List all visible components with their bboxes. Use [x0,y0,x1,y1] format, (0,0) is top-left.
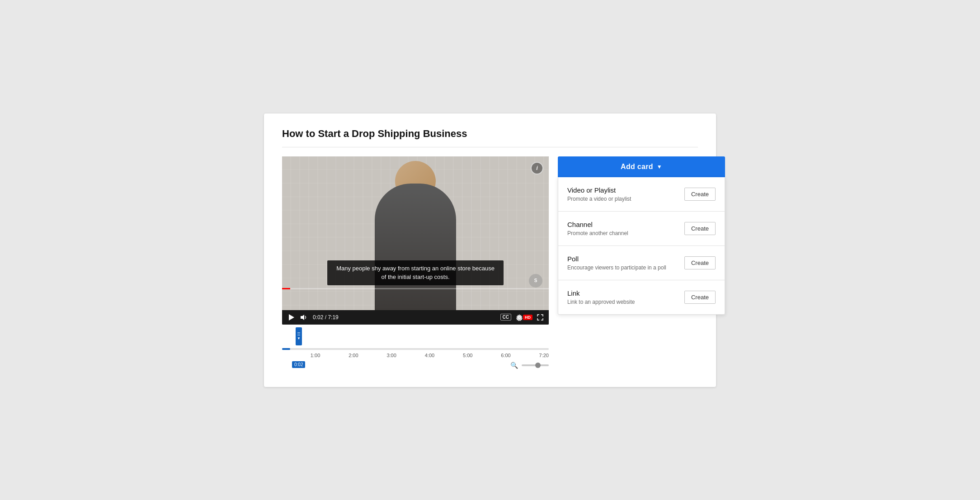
card-option-link: Link Link to an approved website Create [558,280,725,314]
cc-badge[interactable]: CC [500,314,511,321]
video-thumbnail[interactable]: i S Many people shy away from starting a… [282,156,549,310]
add-card-dropdown: Video or Playlist Promote a video or pla… [558,177,725,315]
add-card-chevron: ▼ [657,164,662,170]
person-silhouette [375,184,456,310]
thumb-arrow: ▼ [297,336,301,340]
card-option-video-playlist-title: Video or Playlist [567,186,679,194]
hd-badge: HD [523,315,532,320]
main-container: How to Start a Drop Shipping Business i … [264,113,716,387]
card-option-link-info: Link Link to an approved website [567,289,679,305]
card-option-poll: Poll Encourage viewers to participate in… [558,246,725,280]
video-wrapper: i S Many people shy away from starting a… [282,156,549,369]
video-progress-bar-overlay [282,288,549,289]
card-option-video-playlist-desc: Promote a video or playlist [567,196,679,202]
current-time-badge: 0:02 [292,361,305,368]
add-card-button-label: Add card [621,163,653,171]
controls-right: CC HD [500,314,543,321]
thumb-line-3 [297,335,300,335]
svg-marker-1 [301,315,304,320]
video-player[interactable]: i S Many people shy away from starting a… [282,156,549,325]
card-option-video-playlist: Video or Playlist Promote a video or pla… [558,177,725,212]
zoom-slider[interactable] [522,364,549,366]
page-title: How to Start a Drop Shipping Business [282,128,698,140]
create-channel-button[interactable]: Create [684,222,716,235]
title-divider [282,147,698,147]
create-link-button[interactable]: Create [684,291,716,304]
svg-marker-0 [289,314,294,321]
timeline-label-5: 5:00 [463,353,472,358]
card-option-poll-info: Poll Encourage viewers to participate in… [567,255,679,271]
settings-gear-icon[interactable] [516,314,523,321]
volume-button[interactable] [300,314,307,321]
zoom-icon: 🔍 [510,362,518,369]
timeline-bottom-row: 🔍 [282,362,549,369]
timeline-labels-row: 0:02 1:00 2:00 3:00 4:00 5:00 6:00 7:20 [282,353,549,358]
timeline-label-3: 3:00 [386,353,396,358]
timeline-bar[interactable] [282,348,549,350]
info-icon[interactable]: i [531,162,543,175]
card-option-channel: Channel Promote another channel Create [558,212,725,246]
timeline-label-7: 7:20 [539,353,549,358]
thumb-line-2 [297,334,300,334]
add-card-panel: Add card ▼ Video or Playlist Promote a v… [558,156,725,315]
card-option-link-desc: Link to an approved website [567,299,679,305]
timeline-label-6: 6:00 [501,353,510,358]
card-option-channel-desc: Promote another channel [567,230,679,236]
video-caption: Many people shy away from starting an on… [327,260,504,285]
timeline-thumb[interactable]: ▼ [296,327,302,345]
timeline-label-2: 2:00 [349,353,358,358]
card-option-poll-title: Poll [567,255,679,263]
timeline-area: ▼ 0:02 1:00 2:00 3:00 4:00 5:00 6:00 [282,327,549,369]
thumb-line-1 [297,332,300,333]
video-progress-fill [282,288,290,289]
zoom-slider-thumb[interactable] [535,363,541,368]
card-option-channel-title: Channel [567,221,679,228]
create-poll-button[interactable]: Create [684,256,716,269]
card-option-poll-desc: Encourage viewers to participate in a po… [567,264,679,271]
shopify-logo: S [529,274,542,288]
timeline-label-1: 1:00 [311,353,320,358]
card-option-link-title: Link [567,289,679,297]
video-controls-bar: 0:02 / 7:19 CC HD [282,310,549,325]
settings-hd-group: HD [516,314,532,321]
card-option-channel-info: Channel Promote another channel [567,221,679,236]
main-content-area: i S Many people shy away from starting a… [282,156,698,369]
timeline-labels: 1:00 2:00 3:00 4:00 5:00 6:00 7:20 [282,353,549,358]
timeline-label-4: 4:00 [425,353,434,358]
add-card-button[interactable]: Add card ▼ [558,156,725,177]
card-option-video-playlist-info: Video or Playlist Promote a video or pla… [567,186,679,202]
play-button[interactable] [287,314,295,321]
timeline-thumb-area: ▼ [282,327,549,347]
timeline-bar-fill [282,348,290,350]
create-video-playlist-button[interactable]: Create [684,188,716,201]
time-display: 0:02 / 7:19 [313,314,339,321]
fullscreen-button[interactable] [537,314,543,321]
